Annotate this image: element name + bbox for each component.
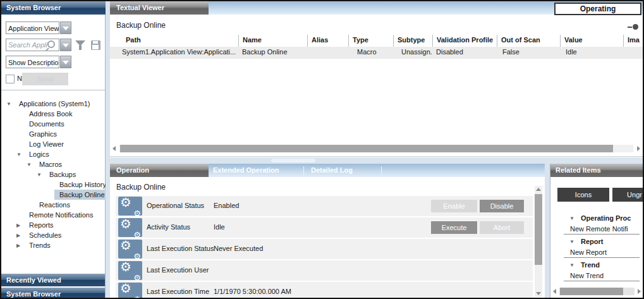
operation-label: Activity Status <box>147 223 190 231</box>
group-expanded-icon[interactable] <box>569 237 581 247</box>
tree-collapsed-icon[interactable] <box>16 231 29 241</box>
scroll-left-icon[interactable] <box>553 289 556 294</box>
tree-item-log-viewer[interactable]: Log Viewer <box>1 139 106 149</box>
application-window: System Browser Application View Show Des… <box>0 0 644 299</box>
tree-item-documents[interactable]: Documents <box>1 119 106 129</box>
viewer-object-title: Backup Online <box>116 21 306 30</box>
tree-item-backup-online[interactable]: Backup Online <box>1 190 106 200</box>
operating-mode-badge[interactable]: Operating <box>554 3 641 15</box>
system-browser-bar[interactable]: System Browser <box>1 288 105 299</box>
related-group-operating-procedure[interactable]: Operating Proc <box>569 213 631 223</box>
send-button[interactable]: Send <box>22 73 68 85</box>
tab-operation[interactable]: Operation <box>110 164 209 177</box>
disable-button[interactable]: Disable <box>480 200 524 212</box>
tree-expanded-icon[interactable] <box>16 150 29 160</box>
tree-item-backup-history[interactable]: Backup History <box>1 180 106 190</box>
group-expanded-icon[interactable] <box>569 260 581 271</box>
right-splitter[interactable] <box>545 164 550 298</box>
tree-item-schedules[interactable]: Schedules <box>1 230 106 240</box>
table-row[interactable]: System1.Application View:Applicati... Ba… <box>110 47 643 59</box>
column-header-image[interactable]: Ima <box>623 35 643 47</box>
search-icon <box>47 40 55 48</box>
send-checkbox-label: N <box>17 75 22 83</box>
column-header-alias[interactable]: Alias <box>307 35 348 47</box>
recently-viewed-bar[interactable]: Recently Viewed <box>1 274 105 286</box>
tree-item-backups[interactable]: Backups <box>1 169 106 180</box>
related-item-new-remote-notification[interactable]: New Remote Notifi <box>570 224 628 234</box>
tree-item-address-book[interactable]: Address Book <box>1 109 106 119</box>
system-browser-title: System Browser <box>6 4 61 11</box>
send-checkbox[interactable] <box>6 75 15 83</box>
column-header-path[interactable]: Path <box>122 35 238 47</box>
tab-extended-operation[interactable]: Extended Operation <box>213 164 279 177</box>
tree-item-logics[interactable]: Logics <box>1 149 106 159</box>
operation-value: Idle <box>214 223 225 231</box>
tab-detailed-log[interactable]: Detailed Log <box>311 164 353 177</box>
cell-subtype: Unassign... <box>401 48 432 56</box>
related-group-trend[interactable]: Trend <box>569 260 600 270</box>
tree-item-trends[interactable]: Trends <box>1 240 106 250</box>
related-item-new-report[interactable]: New Report <box>570 247 607 257</box>
scroll-right-icon[interactable] <box>637 146 640 151</box>
pin-icon[interactable] <box>628 24 639 30</box>
tree-expanded-icon[interactable] <box>27 160 39 170</box>
column-header-value[interactable]: Value <box>560 35 623 47</box>
gears-icon: ⚙⚙ <box>118 240 142 259</box>
abort-button[interactable]: Abort <box>480 221 524 234</box>
center-splitter[interactable] <box>110 157 643 164</box>
scroll-up-icon[interactable] <box>536 188 541 191</box>
column-header-validation-profile[interactable]: Validation Profile <box>432 35 497 47</box>
tree-item-remote-notifications[interactable]: Remote Notifications <box>1 210 106 220</box>
cell-name: Backup Online <box>242 48 307 56</box>
table-header-row: Path Name Alias Type Subtype Validation … <box>110 35 643 47</box>
view-selector[interactable]: Application View <box>6 21 59 34</box>
search-dropdown-icon[interactable] <box>60 39 71 51</box>
save-search-icon[interactable] <box>91 40 100 50</box>
group-expanded-icon[interactable] <box>569 214 581 224</box>
icons-button[interactable]: Icons <box>557 188 609 202</box>
scrollbar-thumb[interactable] <box>120 145 613 152</box>
view-selector-dropdown-icon[interactable] <box>60 21 71 34</box>
column-header-out-of-scan[interactable]: Out of Scan <box>497 35 560 47</box>
related-horizontal-scrollbar[interactable] <box>550 288 643 296</box>
tree-collapsed-icon[interactable] <box>16 221 29 231</box>
left-splitter[interactable] <box>106 1 110 298</box>
tree-expanded-icon[interactable] <box>6 99 19 109</box>
tree-item-reports[interactable]: Reports <box>1 220 106 230</box>
operation-vertical-scrollbar[interactable] <box>535 186 543 297</box>
cell-value: Idle <box>566 48 623 56</box>
textual-viewer-panel: Textual Viewer Operating Backup Online P… <box>110 1 643 157</box>
filter-icon[interactable] <box>75 40 86 51</box>
column-header-subtype[interactable]: Subtype <box>393 35 432 47</box>
description-selector[interactable]: Show Description <box>6 56 59 68</box>
system-browser-panel: System Browser Application View Show Des… <box>1 1 106 298</box>
scrollbar-thumb[interactable] <box>535 194 542 265</box>
enable-button[interactable]: Enable <box>431 200 477 212</box>
splitter-grip[interactable] <box>271 159 315 162</box>
scroll-down-icon[interactable] <box>536 292 541 295</box>
cell-path: System1.Application View:Applicati... <box>122 48 238 56</box>
related-group-report[interactable]: Report <box>569 236 603 247</box>
tree-item-graphics[interactable]: Graphics <box>1 129 106 139</box>
operation-row-last-execution-time: ⚙⚙ Last Execution Time 1/1/1970 5:30:00.… <box>116 282 533 298</box>
execute-button[interactable]: Execute <box>431 221 477 234</box>
column-header-name[interactable]: Name <box>238 35 307 47</box>
tree-item-macros[interactable]: Macros <box>1 159 106 169</box>
scroll-left-icon[interactable] <box>112 146 116 151</box>
operation-value: Enabled <box>214 202 239 209</box>
column-header-type[interactable]: Type <box>348 35 393 47</box>
viewer-horizontal-scrollbar[interactable] <box>110 145 643 153</box>
tree-collapsed-icon[interactable] <box>16 241 29 251</box>
scroll-right-icon[interactable] <box>638 289 641 294</box>
scrollbar-thumb[interactable] <box>560 288 623 295</box>
cell-out-of-scan: False <box>502 48 560 56</box>
tree-expanded-icon[interactable] <box>37 170 49 180</box>
related-item-new-trend[interactable]: New Trend <box>570 271 604 281</box>
tab-textual-viewer[interactable]: Textual Viewer <box>110 1 209 15</box>
ungroup-button[interactable]: Ungr <box>612 188 643 202</box>
tree-item-applications[interactable]: Applications (System1) <box>1 99 106 109</box>
description-selector-dropdown-icon[interactable] <box>60 56 71 68</box>
operation-panel: Operation Extended Operation Detailed Lo… <box>110 164 545 298</box>
tree-item-reactions[interactable]: Reactions <box>1 200 106 210</box>
gears-icon: ⚙⚙ <box>118 261 142 280</box>
